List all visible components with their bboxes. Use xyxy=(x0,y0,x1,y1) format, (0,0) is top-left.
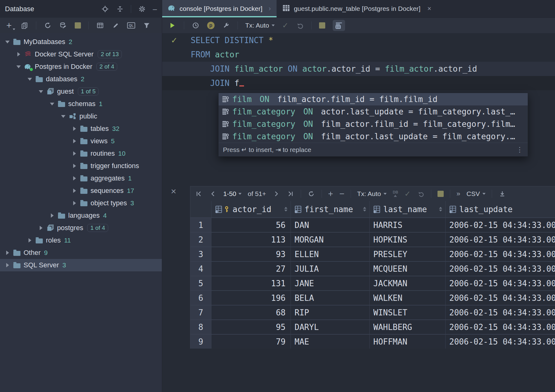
tree-item-languages[interactable]: languages4 xyxy=(0,209,162,222)
chevron-collapsed-icon[interactable] xyxy=(72,127,77,131)
refresh-icon[interactable] xyxy=(44,21,52,29)
row-number[interactable]: 1 xyxy=(190,218,211,232)
column-header-last_update[interactable]: last_update xyxy=(446,201,555,217)
cell-first-name[interactable]: BELA xyxy=(291,291,369,305)
row-number[interactable]: 2 xyxy=(190,233,211,247)
results-view-toggle[interactable] xyxy=(333,20,345,31)
cell-last-name[interactable]: WAHLBERG xyxy=(370,320,445,334)
completion-item[interactable]: film ON film_actor.film_id = film.film_i… xyxy=(219,93,528,105)
grid-corner-cell[interactable] xyxy=(190,201,211,217)
stop-icon[interactable] xyxy=(75,22,81,29)
tree-item-tables[interactable]: tables32 xyxy=(0,122,162,135)
chevron-collapsed-icon[interactable] xyxy=(72,139,77,143)
execute-icon[interactable] xyxy=(168,21,176,29)
last-page-icon[interactable] xyxy=(286,190,295,198)
commit-icon[interactable]: ✓ xyxy=(404,189,411,198)
data-source-properties-icon[interactable] xyxy=(59,21,67,29)
chevron-collapsed-icon[interactable] xyxy=(72,151,77,156)
open-table-icon[interactable] xyxy=(96,21,104,29)
cell-last-name[interactable]: HARRIS xyxy=(370,218,445,232)
chevron-collapsed-icon[interactable] xyxy=(72,176,77,180)
duplicate-icon[interactable] xyxy=(20,21,29,29)
rollback-icon[interactable] xyxy=(417,190,425,198)
column-header-first_name[interactable]: first_name xyxy=(291,201,369,217)
cell-last-update[interactable]: 2006-02-15 04:34:33.00 xyxy=(446,233,555,247)
stop-icon[interactable] xyxy=(437,191,444,197)
delete-row-icon[interactable]: − xyxy=(339,189,344,198)
row-number[interactable]: 6 xyxy=(190,291,211,305)
hide-icon[interactable]: – xyxy=(153,5,157,13)
collapse-all-icon[interactable] xyxy=(116,5,124,13)
cell-actor-id[interactable]: 95 xyxy=(211,320,291,334)
tree-item-docker-sql-server[interactable]: Docker SQL Server2 of 13 xyxy=(0,48,162,60)
tab-console[interactable]: console [Postgres in Docker] › xyxy=(162,0,277,17)
tree-item-schemas[interactable]: schemas1 xyxy=(0,98,162,110)
chevron-collapsed-icon[interactable] xyxy=(27,238,32,243)
cell-last-name[interactable]: HOFFMAN xyxy=(370,335,445,349)
chevron-expanded-icon[interactable] xyxy=(16,65,21,68)
tree-item-trigger-functions[interactable]: trigger functions xyxy=(0,160,162,172)
completion-item[interactable]: film_category ON film_actor.last_update … xyxy=(219,130,528,143)
first-page-icon[interactable] xyxy=(195,190,203,198)
cell-last-update[interactable]: 2006-02-15 04:34:33.00 xyxy=(446,262,555,276)
add-row-icon[interactable]: + xyxy=(328,189,333,198)
cell-first-name[interactable]: MAE xyxy=(291,335,369,349)
chevron-collapsed-icon[interactable] xyxy=(72,201,77,205)
cell-actor-id[interactable]: 27 xyxy=(211,262,291,276)
previous-page-icon[interactable] xyxy=(209,190,217,198)
chevron-expanded-icon[interactable] xyxy=(38,90,43,93)
submit-to-database-icon[interactable]: DB xyxy=(393,190,398,197)
reload-page-icon[interactable] xyxy=(307,190,315,198)
cell-actor-id[interactable]: 68 xyxy=(211,305,291,319)
chevron-expanded-icon[interactable] xyxy=(50,103,55,105)
tree-item-views[interactable]: views5 xyxy=(0,135,162,147)
locate-icon[interactable] xyxy=(101,5,109,13)
cell-last-name[interactable]: WINSLET xyxy=(370,305,445,319)
sort-toggle-icon[interactable] xyxy=(363,207,366,212)
row-number[interactable]: 8 xyxy=(190,320,211,334)
cell-last-update[interactable]: 2006-02-15 04:34:33.00 xyxy=(446,247,555,261)
cell-last-update[interactable]: 2006-02-15 04:34:33.00 xyxy=(446,218,555,232)
chevron-collapsed-icon[interactable] xyxy=(50,213,55,218)
cell-actor-id[interactable]: 93 xyxy=(211,247,291,261)
cell-actor-id[interactable]: 79 xyxy=(211,335,291,349)
tree-item-postgres[interactable]: postgres1 of 4 xyxy=(0,222,162,234)
chevron-expanded-icon[interactable] xyxy=(61,115,66,118)
commit-icon[interactable]: ✓ xyxy=(282,21,288,30)
page-range-select[interactable]: 1-50 xyxy=(223,190,242,198)
schedule-icon[interactable] xyxy=(192,21,200,29)
cell-actor-id[interactable]: 196 xyxy=(211,291,291,305)
stop-icon[interactable] xyxy=(319,22,325,29)
tree-item-public[interactable]: public xyxy=(0,110,162,122)
rollback-icon[interactable] xyxy=(296,21,304,29)
sort-toggle-icon[interactable] xyxy=(284,207,287,212)
cell-first-name[interactable]: DAN xyxy=(291,218,369,232)
completion-item[interactable]: film_category ON actor.last_update = fil… xyxy=(219,105,528,118)
cell-last-update[interactable]: 2006-02-15 04:34:33.00 xyxy=(446,305,555,319)
column-header-last_name[interactable]: last_name xyxy=(370,201,445,217)
open-console-icon[interactable]: QL xyxy=(127,22,135,29)
row-number[interactable]: 9 xyxy=(190,335,211,349)
tree-item-mydatabases[interactable]: MyDatabases2 xyxy=(0,36,162,48)
cell-last-name[interactable]: JACKMAN xyxy=(370,276,445,290)
cell-first-name[interactable]: JULIA xyxy=(291,262,369,276)
more-actions-icon[interactable]: » xyxy=(456,190,460,198)
next-page-icon[interactable] xyxy=(272,190,280,198)
chevron-collapsed-icon[interactable] xyxy=(16,52,21,56)
cell-actor-id[interactable]: 113 xyxy=(211,233,291,247)
settings-wrench-icon[interactable] xyxy=(222,21,230,29)
tx-mode-select[interactable]: Tx: Auto xyxy=(245,22,275,29)
cell-last-name[interactable]: WALKEN xyxy=(370,291,445,305)
tree-item-sequences[interactable]: sequences17 xyxy=(0,185,162,197)
row-number[interactable]: 5 xyxy=(190,276,211,290)
sort-toggle-icon[interactable] xyxy=(439,207,442,212)
close-icon[interactable]: × xyxy=(427,5,431,13)
completion-item[interactable]: film_category ON film_actor.film_id = fi… xyxy=(219,118,528,130)
tree-item-object-types[interactable]: object types3 xyxy=(0,197,162,209)
row-number[interactable]: 3 xyxy=(190,247,211,261)
tree-item-sql-server[interactable]: SQL Server3 xyxy=(0,259,162,271)
tab-new-table[interactable]: guest.public.new_table [Postgres in Dock… xyxy=(277,0,437,17)
cell-actor-id[interactable]: 131 xyxy=(211,276,291,290)
tree-item-postgres-in-docker[interactable]: Postgres in Docker2 of 4 xyxy=(0,60,162,73)
settings-icon[interactable] xyxy=(138,5,146,13)
